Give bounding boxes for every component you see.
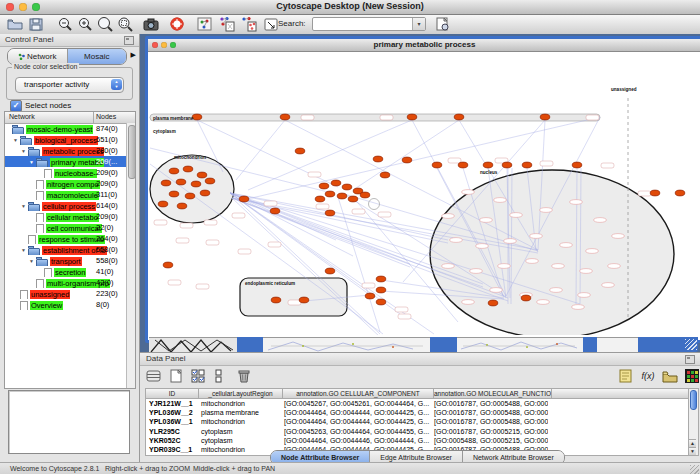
table-scrollbar-thumb[interactable]	[690, 390, 697, 410]
save-icon[interactable]	[27, 16, 45, 32]
network-node[interactable]	[454, 114, 464, 120]
expand-arrow-icon[interactable]: ▼	[21, 245, 28, 255]
zoom-out-icon[interactable]	[56, 16, 74, 32]
apply-vizmap-icon[interactable]	[240, 16, 258, 32]
tab-mosaic[interactable]: Mosaic	[68, 49, 127, 64]
network-node[interactable]	[315, 196, 325, 202]
background-window-fragment[interactable]	[149, 337, 237, 353]
network-from-selection-icon[interactable]	[196, 16, 214, 32]
plasma-membrane-region[interactable]	[150, 114, 600, 121]
network-node[interactable]	[158, 201, 168, 207]
tree-item[interactable]: nucleobase-209(0)	[5, 167, 135, 178]
column-header[interactable]: ID	[146, 389, 199, 399]
network-node[interactable]	[325, 210, 335, 216]
tree-item[interactable]: ▼establishment of lo558(0)	[5, 244, 135, 255]
expand-arrow-icon[interactable]: ▼	[29, 157, 36, 167]
tree-item[interactable]: ▼transport558(0)	[5, 255, 135, 266]
expand-arrow-icon[interactable]: ▼	[21, 201, 28, 211]
tree-item[interactable]: secretion41(0)	[5, 266, 135, 277]
network-node[interactable]	[488, 300, 498, 306]
network-node[interactable]	[200, 190, 210, 196]
background-window-border[interactable]	[237, 337, 263, 352]
apply-layout-icon[interactable]	[218, 16, 236, 32]
zoom-in-icon[interactable]	[76, 16, 94, 32]
network-node[interactable]	[376, 276, 386, 282]
float-panel-icon[interactable]	[124, 36, 134, 45]
tab-network[interactable]: Network	[8, 49, 68, 64]
network-node[interactable]	[380, 172, 390, 178]
network-node[interactable]	[176, 179, 186, 185]
column-header[interactable]: annotation.GO MOLECULAR_FUNCTION	[434, 389, 552, 399]
network-node[interactable]	[183, 166, 193, 172]
network-node[interactable]	[348, 196, 358, 202]
network-node[interactable]	[373, 156, 383, 162]
table-cell[interactable]: [GO:0016787, GO:0005215, GO:0003824, G..…	[431, 427, 548, 436]
network-node[interactable]	[675, 190, 685, 196]
background-window-fragment[interactable]	[457, 337, 583, 353]
network-node[interactable]	[325, 268, 335, 274]
table-cell[interactable]: [GO:0005488, GO:0005215, GO:0003674]	[431, 436, 548, 445]
zoom-fit-icon[interactable]	[96, 16, 114, 32]
network-node[interactable]	[650, 190, 660, 196]
network-node[interactable]	[365, 293, 375, 299]
expand-arrow-icon[interactable]: ▼	[21, 146, 28, 156]
table-cell[interactable]: YLR295C	[146, 427, 198, 436]
network-node[interactable]	[337, 193, 347, 199]
table-scrollbar[interactable]: ▲ ▼	[688, 388, 699, 456]
search-input[interactable]: ▾	[312, 17, 426, 31]
tree-item[interactable]: ▼metabolic process280(0)	[5, 145, 135, 156]
background-window-fragment[interactable]	[263, 337, 430, 353]
table-cell[interactable]: mitochondrion	[198, 417, 281, 426]
network-edge[interactable]	[230, 193, 353, 256]
network-node[interactable]	[177, 203, 187, 209]
search-field[interactable]	[315, 18, 413, 31]
network-node[interactable]	[299, 297, 309, 303]
combobox-stepper-icon[interactable]: ▲▼	[111, 79, 122, 90]
expand-arrow-icon[interactable]: ▼	[13, 135, 20, 145]
network-node[interactable]	[376, 299, 386, 305]
network-node[interactable]	[522, 162, 532, 168]
network-node[interactable]	[521, 295, 531, 301]
network-node[interactable]	[376, 287, 386, 293]
attribute-table-icon[interactable]	[146, 368, 162, 384]
network-node[interactable]	[270, 208, 280, 214]
select-attributes-icon[interactable]	[190, 368, 206, 384]
scroll-down-icon[interactable]: ▼	[689, 447, 696, 455]
tree-item[interactable]: mosaic-demo-yeast874(0)	[5, 123, 135, 134]
search-dropdown-icon[interactable]: ▾	[412, 18, 425, 30]
network-node[interactable]	[432, 162, 442, 168]
table-row[interactable]: YPL036W__2plasma membrane[GO:0044464, GO…	[146, 408, 689, 417]
network-node[interactable]	[163, 262, 173, 268]
table-cell[interactable]: [GO:0044464, GO:0044446, GO:0044444, G..…	[281, 436, 431, 445]
tree-item[interactable]: multi-organism pro42(0)	[5, 277, 135, 288]
help-icon[interactable]	[168, 16, 186, 32]
table-cell[interactable]: mitochondrion	[198, 445, 281, 454]
network-node[interactable]	[169, 168, 179, 174]
tree-scrollbar[interactable]	[126, 123, 135, 388]
table-cell[interactable]: plasma membrane	[198, 408, 281, 417]
tree-item[interactable]: unassigned223(0)	[5, 288, 135, 299]
network-edge[interactable]	[230, 193, 410, 264]
tree-item[interactable]: macromolecule311(0)	[5, 189, 135, 200]
network-node[interactable]	[205, 178, 215, 184]
window-resize-grip[interactable]	[690, 465, 699, 474]
table-cell[interactable]: YJR121W__1	[146, 399, 198, 408]
column-header[interactable]: _cellularLayoutRegion	[199, 389, 283, 399]
birds-eye-view[interactable]	[8, 390, 130, 454]
network-node[interactable]	[483, 162, 493, 168]
zoom-selected-icon[interactable]	[116, 16, 134, 32]
table-cell[interactable]: cytoplasm	[198, 427, 281, 436]
open-icon[interactable]	[6, 16, 24, 32]
column-header[interactable]: annotation.GO CELLULAR_COMPONENT	[283, 389, 434, 399]
network-frame-titlebar[interactable]: primary metabolic process	[148, 39, 700, 52]
nodes-column-header[interactable]: Nodes	[96, 113, 116, 120]
network-node[interactable]	[161, 180, 171, 186]
unselect-attributes-icon[interactable]	[212, 368, 228, 384]
expand-arrow-icon[interactable]: ▼	[29, 256, 36, 266]
tree-item[interactable]: nitrogen compo209(0)	[5, 178, 135, 189]
table-cell[interactable]: YKR052C	[146, 436, 198, 445]
table-cell[interactable]: YDR039C__1	[146, 445, 198, 454]
table-cell[interactable]: mitochondrion	[198, 399, 281, 408]
frame-resize-corner[interactable]	[638, 337, 698, 352]
tree-scrollbar-thumb[interactable]	[128, 125, 136, 179]
